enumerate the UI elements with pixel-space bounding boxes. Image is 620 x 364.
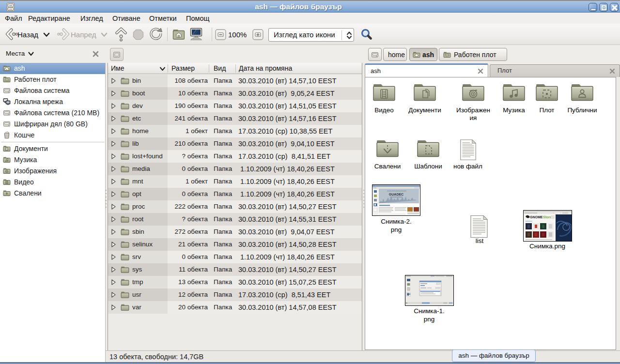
svg-text:GNOME: GNOME [530, 215, 543, 219]
svg-text:Store: Store [543, 215, 552, 219]
svg-text:GUADEC: GUADEC [389, 193, 403, 196]
